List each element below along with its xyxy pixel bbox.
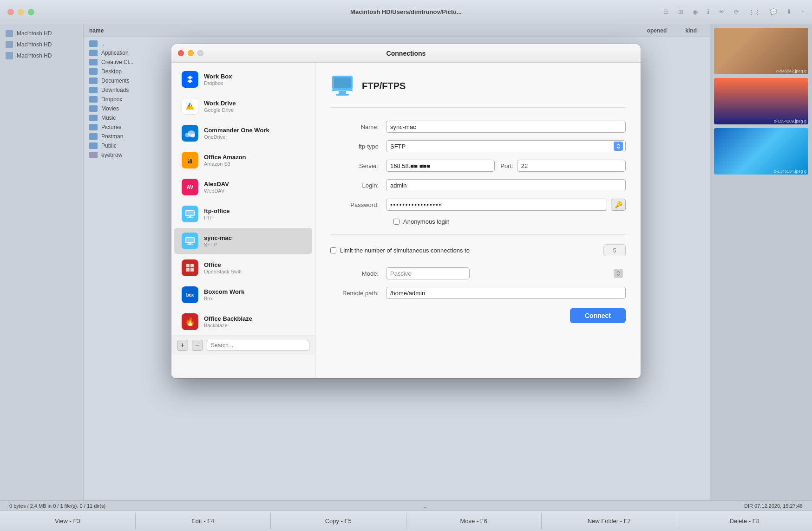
form-row-password: Password: 🔑 (330, 199, 626, 211)
form-divider (330, 234, 626, 235)
dialog-fullscreen-btn[interactable] (197, 50, 203, 56)
sidebar-item-hd3[interactable]: Macintosh HD (0, 50, 83, 61)
view-button[interactable]: View - F3 (0, 513, 136, 529)
mode-select[interactable]: Passive Active (386, 267, 470, 279)
finder-close-btn[interactable] (7, 9, 14, 15)
sftp-monitor-icon (184, 236, 196, 246)
key-button[interactable]: 🔑 (611, 199, 626, 211)
columns-icon: ⋮⋮ (748, 8, 760, 15)
conn-sub-work-drive: Google Drive (204, 107, 305, 113)
hd-icon-3 (6, 52, 13, 59)
conn-item-alexdav[interactable]: AV AlexDAV WebDAV (174, 174, 312, 200)
port-label: Port: (500, 162, 513, 169)
svg-marker-0 (187, 76, 193, 83)
conn-sub-boxcom: Box (204, 296, 305, 301)
folder-icon (89, 50, 98, 56)
conn-sub-backblaze: Backblaze (204, 323, 305, 328)
remote-path-input[interactable] (386, 287, 626, 299)
add-connection-button[interactable]: + (177, 340, 188, 351)
share-icon: ⟳ (734, 8, 739, 15)
chat-icon: 💬 (770, 8, 777, 15)
form-row-remote-path: Remote path: (330, 287, 626, 299)
conn-text-amazon: Office Amazon Amazon S3 (204, 154, 305, 167)
svg-rect-18 (186, 268, 190, 272)
plus-icon[interactable]: + (801, 8, 805, 15)
dialog-titlebar: Connections (171, 44, 641, 63)
dropbox-icon (185, 74, 195, 84)
conn-sub-work-box: Dropbox (204, 80, 305, 86)
info-icon: ℹ (707, 8, 709, 15)
login-label: Login: (330, 182, 386, 189)
server-input[interactable] (386, 160, 495, 172)
conn-item-sync-mac[interactable]: sync-mac SFTP (174, 228, 312, 254)
port-input[interactable] (517, 160, 626, 172)
conn-text-work-drive: Work Drive Google Drive (204, 100, 305, 113)
conn-item-backblaze[interactable]: 🔥 Office Backblaze Backblaze (174, 309, 312, 335)
dialog-close-btn[interactable] (178, 50, 184, 56)
conn-name-backblaze: Office Backblaze (204, 315, 305, 322)
finder-sidebar: Macintosh HD Macintosh HD Macintosh HD (0, 24, 84, 511)
new-folder-button[interactable]: New Folder - F7 (542, 513, 677, 529)
conn-item-amazon[interactable]: a Office Amazon Amazon S3 (174, 147, 312, 173)
remote-path-label: Remote path: (330, 290, 386, 297)
conn-item-commander[interactable]: Commander One Work OneDrive (174, 120, 312, 146)
connection-detail-panel: FTP/FTPS Name: ftp-type SFTP FTP FTPS (315, 63, 641, 378)
ftp-type-icon (330, 74, 354, 98)
detail-type-label: FTP/FTPS (362, 81, 406, 91)
connection-search-input[interactable] (207, 340, 309, 351)
amazon-letter: a (188, 155, 192, 166)
form-row-mode: Mode: Passive Active (330, 267, 626, 279)
download-icon: ⬇ (786, 8, 792, 15)
onedrive-icon (185, 129, 195, 137)
ftp-type-label: ftp-type (330, 143, 386, 150)
finder-minimize-btn[interactable] (18, 9, 24, 15)
limit-text: Limit the number of simultaneous connect… (340, 247, 600, 254)
copy-button[interactable]: Copy - F5 (271, 513, 406, 529)
limit-checkbox[interactable] (330, 247, 336, 253)
ftp-type-select[interactable]: SFTP FTP FTPS (386, 140, 626, 152)
form-row-ftp-type: ftp-type SFTP FTP FTPS (330, 140, 626, 152)
remove-connection-button[interactable]: − (192, 340, 203, 351)
conn-item-boxcom[interactable]: box Boxcom Work Box (174, 282, 312, 308)
connect-button[interactable]: Connect (570, 308, 626, 323)
anonymous-checkbox[interactable] (393, 219, 399, 225)
detail-type-icon (330, 74, 354, 98)
finder-status-bar: 0 bytes / 2,4 MB in 0 / 1 file(s). 0 / 1… (0, 500, 812, 511)
conn-sub-ftp-office: FTP (204, 215, 305, 220)
dialog-minimize-btn[interactable] (188, 50, 194, 56)
folder-icon (89, 142, 98, 149)
openstack-icon (185, 263, 195, 273)
move-button[interactable]: Move - F6 (406, 513, 542, 529)
name-input[interactable] (386, 121, 626, 133)
login-input[interactable] (386, 179, 626, 191)
password-input[interactable] (386, 199, 607, 211)
status-right: DIR 07.12.2020, 15:27:48 (744, 503, 803, 509)
conn-name-office: Office (204, 261, 305, 268)
webdav-label: AV (187, 184, 193, 190)
conn-item-work-drive[interactable]: Work Drive Google Drive (174, 93, 312, 119)
folder-icon (89, 133, 98, 140)
sidebar-item-hd2[interactable]: Macintosh HD (0, 39, 83, 50)
folder-icon (89, 68, 98, 75)
password-wrap: 🔑 (386, 199, 626, 211)
svg-rect-17 (190, 264, 194, 267)
form-row-server: Server: Port: (330, 160, 626, 172)
finder-fullscreen-btn[interactable] (28, 9, 34, 15)
finder-toolbar: ☰ ⊞ ◉ ℹ 👁 ⟳ ⋮⋮ 💬 ⬇ + (663, 8, 805, 15)
conn-name-work-drive: Work Drive (204, 100, 305, 107)
limit-input[interactable] (603, 244, 626, 256)
sidebar-item-hd1[interactable]: Macintosh HD (0, 28, 83, 39)
delete-button[interactable]: Delete - F8 (677, 513, 812, 529)
folder-icon (89, 40, 98, 47)
edit-button[interactable]: Edit - F4 (136, 513, 271, 529)
sidebar-label-hd2: Macintosh HD (17, 41, 52, 48)
conn-item-ftp-office[interactable]: ftp-office FTP (174, 201, 312, 227)
conn-sub-amazon: Amazon S3 (204, 161, 305, 167)
toggle-icon: ◉ (693, 8, 698, 15)
col-kind-header: kind (685, 27, 697, 34)
thumbnail-item-sunset: o-1054289.jpeg g (714, 78, 808, 124)
conn-item-office[interactable]: Office OpenStack Swift (174, 255, 312, 281)
svg-rect-14 (189, 243, 191, 244)
svg-rect-9 (186, 211, 194, 215)
conn-item-work-box[interactable]: Work Box Dropbox (174, 66, 312, 92)
